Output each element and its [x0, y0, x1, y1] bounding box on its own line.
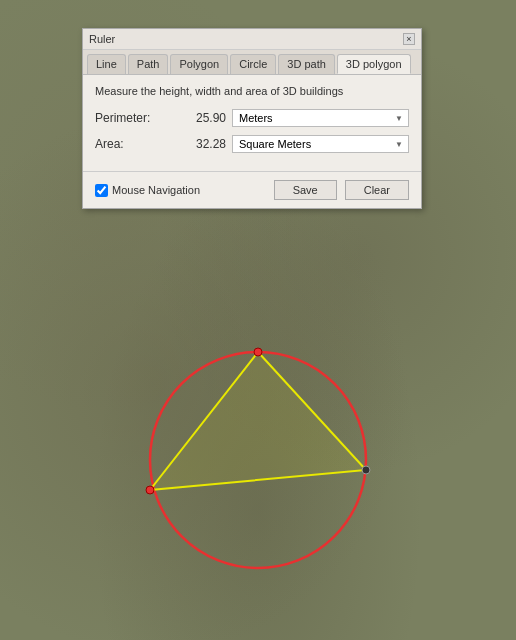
tab-3d-path[interactable]: 3D path: [278, 54, 335, 74]
mouse-navigation-checkbox[interactable]: [95, 184, 108, 197]
tab-bar: Line Path Polygon Circle 3D path 3D poly…: [83, 50, 421, 75]
description-text: Measure the height, width and area of 3D…: [95, 85, 409, 97]
area-unit-select[interactable]: Square Meters Square Feet Square Kilomet…: [232, 135, 409, 153]
save-button[interactable]: Save: [274, 180, 337, 200]
perimeter-value: 25.90: [171, 111, 226, 125]
tab-polygon[interactable]: Polygon: [170, 54, 228, 74]
perimeter-unit-container: Meters Feet Kilometers Miles: [232, 109, 409, 127]
ruler-dialog: Ruler × Line Path Polygon Circle 3D path…: [82, 28, 422, 209]
area-label: Area:: [95, 137, 165, 151]
tab-3d-polygon[interactable]: 3D polygon: [337, 54, 411, 74]
dialog-titlebar: Ruler ×: [83, 29, 421, 50]
mouse-navigation-checkbox-group: Mouse Navigation: [95, 184, 266, 197]
area-value: 32.28: [171, 137, 226, 151]
perimeter-label: Perimeter:: [95, 111, 165, 125]
mouse-navigation-label: Mouse Navigation: [112, 184, 200, 196]
perimeter-row: Perimeter: 25.90 Meters Feet Kilometers …: [95, 109, 409, 127]
area-row: Area: 32.28 Square Meters Square Feet Sq…: [95, 135, 409, 153]
tab-path[interactable]: Path: [128, 54, 169, 74]
dialog-title: Ruler: [89, 33, 115, 45]
dialog-content: Measure the height, width and area of 3D…: [83, 75, 421, 171]
perimeter-unit-select[interactable]: Meters Feet Kilometers Miles: [232, 109, 409, 127]
clear-button[interactable]: Clear: [345, 180, 409, 200]
tab-circle[interactable]: Circle: [230, 54, 276, 74]
dialog-footer: Mouse Navigation Save Clear: [83, 171, 421, 208]
close-button[interactable]: ×: [403, 33, 415, 45]
area-unit-container: Square Meters Square Feet Square Kilomet…: [232, 135, 409, 153]
tab-line[interactable]: Line: [87, 54, 126, 74]
